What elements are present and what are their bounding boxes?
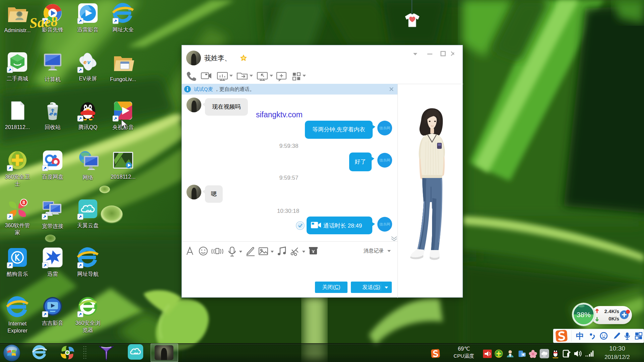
svg-text:8: 8 bbox=[22, 200, 25, 205]
svg-text:e: e bbox=[84, 59, 87, 65]
svg-text:0K/s: 0K/s bbox=[608, 316, 619, 321]
svg-text:v: v bbox=[87, 59, 91, 65]
svg-text:38%: 38% bbox=[577, 311, 591, 318]
svg-text:中: 中 bbox=[576, 332, 584, 341]
svg-text:2.4K/s: 2.4K/s bbox=[604, 308, 619, 314]
